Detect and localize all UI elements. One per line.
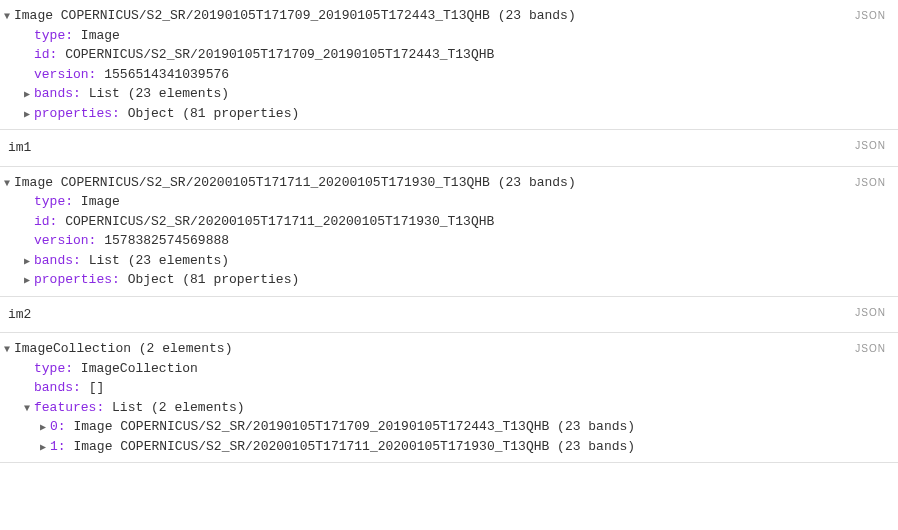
chevron-right-icon[interactable] [24, 254, 34, 269]
prop-type: type: Image [4, 26, 888, 46]
tree-header-row[interactable]: Image COPERNICUS/S2_SR/20190105T171709_2… [4, 6, 888, 26]
json-link[interactable]: JSON [855, 341, 886, 356]
chevron-down-icon[interactable] [24, 401, 34, 416]
key-idx: 1: [50, 439, 66, 454]
json-link[interactable]: JSON [855, 8, 886, 23]
key-type: type: [34, 361, 73, 376]
chevron-down-icon[interactable] [4, 9, 14, 24]
val-bands: List (23 elements) [89, 253, 229, 268]
json-link[interactable]: JSON [855, 138, 886, 153]
key-bands: bands: [34, 380, 81, 395]
key-type: type: [34, 28, 73, 43]
prop-type: type: Image [4, 192, 888, 212]
panel-image-1: JSON Image COPERNICUS/S2_SR/20190105T171… [0, 0, 898, 130]
prop-version: version: 1578382574569888 [4, 231, 888, 251]
val-features: List (2 elements) [112, 400, 245, 415]
prop-type: type: ImageCollection [4, 359, 888, 379]
key-properties: properties: [34, 272, 120, 287]
val-bands: [] [89, 380, 105, 395]
val-version: 1578382574569888 [104, 233, 229, 248]
val-type: ImageCollection [81, 361, 198, 376]
key-bands: bands: [34, 86, 81, 101]
val-feature: Image COPERNICUS/S2_SR/20200105T171711_2… [73, 439, 635, 454]
key-features: features: [34, 400, 104, 415]
json-link[interactable]: JSON [855, 305, 886, 320]
json-link[interactable]: JSON [855, 175, 886, 190]
caption-text: im2 [4, 303, 888, 327]
tree-header-row[interactable]: Image COPERNICUS/S2_SR/20200105T171711_2… [4, 173, 888, 193]
val-feature: Image COPERNICUS/S2_SR/20190105T171709_2… [73, 419, 635, 434]
prop-id: id: COPERNICUS/S2_SR/20190105T171709_201… [4, 45, 888, 65]
chevron-right-icon[interactable] [40, 420, 50, 435]
val-properties: Object (81 properties) [128, 106, 300, 121]
key-version: version: [34, 233, 96, 248]
caption-text: im1 [4, 136, 888, 160]
key-properties: properties: [34, 106, 120, 121]
chevron-down-icon[interactable] [4, 176, 14, 191]
tree-header-row[interactable]: ImageCollection (2 elements) [4, 339, 888, 359]
panel-collection: JSON ImageCollection (2 elements) type: … [0, 333, 898, 463]
val-version: 1556514341039576 [104, 67, 229, 82]
header-text: Image COPERNICUS/S2_SR/20190105T171709_2… [14, 6, 576, 26]
val-id: COPERNICUS/S2_SR/20190105T171709_2019010… [65, 47, 494, 62]
prop-version: version: 1556514341039576 [4, 65, 888, 85]
caption-panel-1: JSON im1 [0, 130, 898, 167]
feature-row-0[interactable]: 0: Image COPERNICUS/S2_SR/20190105T17170… [4, 417, 888, 437]
chevron-right-icon[interactable] [24, 87, 34, 102]
val-bands: List (23 elements) [89, 86, 229, 101]
chevron-right-icon[interactable] [24, 273, 34, 288]
key-id: id: [34, 47, 57, 62]
prop-bands[interactable]: bands: List (23 elements) [4, 251, 888, 271]
feature-row-1[interactable]: 1: Image COPERNICUS/S2_SR/20200105T17171… [4, 437, 888, 457]
prop-properties[interactable]: properties: Object (81 properties) [4, 270, 888, 290]
chevron-right-icon[interactable] [40, 440, 50, 455]
prop-features[interactable]: features: List (2 elements) [4, 398, 888, 418]
key-idx: 0: [50, 419, 66, 434]
header-text: ImageCollection (2 elements) [14, 339, 232, 359]
prop-properties[interactable]: properties: Object (81 properties) [4, 104, 888, 124]
caption-panel-2: JSON im2 [0, 297, 898, 334]
val-id: COPERNICUS/S2_SR/20200105T171711_2020010… [65, 214, 494, 229]
panel-image-2: JSON Image COPERNICUS/S2_SR/20200105T171… [0, 167, 898, 297]
val-properties: Object (81 properties) [128, 272, 300, 287]
key-version: version: [34, 67, 96, 82]
header-text: Image COPERNICUS/S2_SR/20200105T171711_2… [14, 173, 576, 193]
key-type: type: [34, 194, 73, 209]
chevron-down-icon[interactable] [4, 342, 14, 357]
key-bands: bands: [34, 253, 81, 268]
chevron-right-icon[interactable] [24, 107, 34, 122]
prop-id: id: COPERNICUS/S2_SR/20200105T171711_202… [4, 212, 888, 232]
prop-bands: bands: [] [4, 378, 888, 398]
prop-bands[interactable]: bands: List (23 elements) [4, 84, 888, 104]
val-type: Image [81, 28, 120, 43]
key-id: id: [34, 214, 57, 229]
val-type: Image [81, 194, 120, 209]
